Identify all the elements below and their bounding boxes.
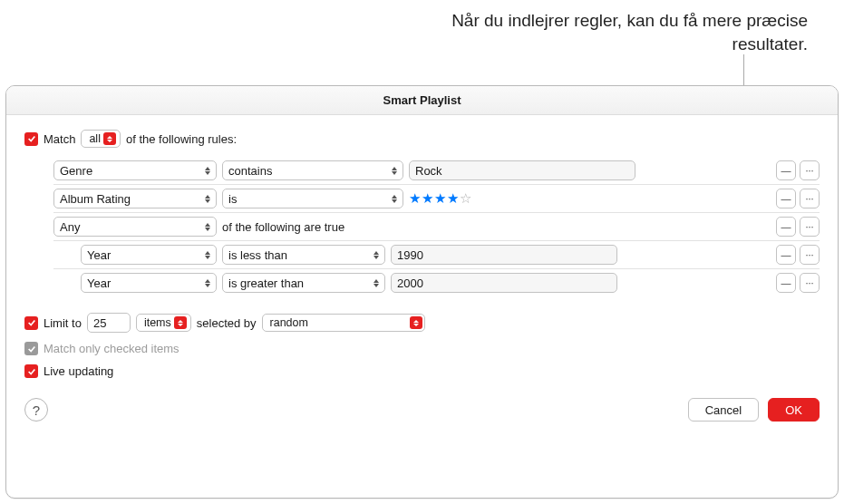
remove-rule-button[interactable]: — (776, 273, 796, 293)
rule-field-select[interactable]: Album Rating (53, 189, 217, 208)
limit-unit-popup[interactable]: items (136, 314, 191, 332)
rule-value-text: 1990 (397, 248, 423, 262)
updown-icon (205, 223, 210, 231)
live-updating-checkbox[interactable] (24, 364, 38, 378)
updown-icon (103, 132, 116, 145)
rule-value-text: 2000 (397, 276, 423, 290)
selected-by-value: random (270, 316, 407, 329)
match-checkbox[interactable] (24, 132, 38, 146)
rule-row: Genre contains Rock — ··· (53, 157, 820, 185)
rule-field-value: Any (60, 220, 80, 234)
rule-row: Any of the following are true — ··· (53, 213, 820, 241)
remove-rule-button[interactable]: — (776, 217, 796, 237)
rule-op-select[interactable]: contains (222, 160, 403, 180)
rule-value-text: Rock (415, 164, 442, 178)
rule-row: Year is less than 1990 — ··· (53, 241, 820, 269)
updown-icon (392, 195, 397, 203)
rule-op-select[interactable]: is less than (222, 245, 385, 265)
limit-unit-value: items (144, 316, 171, 329)
rule-field-select[interactable]: Year (81, 273, 217, 293)
rule-row: Year is greater than 2000 — ··· (53, 269, 820, 296)
limit-count-value: 25 (93, 316, 106, 330)
help-button[interactable]: ? (24, 398, 48, 422)
rule-row: Album Rating is ★★★★☆ — ··· (53, 185, 820, 213)
remove-rule-button[interactable]: — (776, 189, 796, 208)
rule-field-select[interactable]: Genre (53, 160, 217, 180)
rule-field-value: Year (87, 276, 111, 290)
rule-op-select[interactable]: is greater than (222, 273, 385, 293)
limit-label: Limit to (44, 316, 82, 330)
annotation-text: Når du indlejrer regler, kan du få mere … (391, 9, 808, 55)
smart-playlist-dialog: Smart Playlist Match all of the followin… (5, 85, 839, 499)
rule-field-value: Album Rating (60, 192, 131, 206)
live-updating-label: Live updating (44, 364, 113, 378)
selected-by-label: selected by (197, 316, 257, 330)
dialog-title: Smart Playlist (6, 86, 838, 115)
more-rule-button[interactable]: ··· (800, 189, 820, 208)
rule-op-value: is greater than (228, 276, 304, 290)
ok-button[interactable]: OK (768, 398, 820, 422)
updown-icon (205, 195, 210, 203)
more-rule-button[interactable]: ··· (800, 160, 820, 180)
updown-icon (392, 167, 397, 175)
rating-stars[interactable]: ★★★★☆ (409, 190, 472, 207)
updown-icon (174, 316, 187, 329)
remove-rule-button[interactable]: — (776, 245, 796, 265)
updown-icon (373, 279, 379, 287)
rule-field-value: Year (87, 248, 111, 262)
rule-op-value: is (228, 192, 237, 206)
rule-field-value: Genre (60, 164, 92, 178)
rule-value-input[interactable]: 2000 (391, 273, 617, 293)
updown-icon (205, 251, 210, 259)
updown-icon (410, 316, 422, 329)
match-label-suffix: of the following rules: (126, 132, 237, 146)
rule-op-value: contains (228, 164, 272, 178)
match-only-checked-checkbox (24, 342, 38, 355)
rules-list: Genre contains Rock — ··· (53, 157, 820, 296)
limit-checkbox[interactable] (24, 316, 38, 330)
rule-field-select[interactable]: Year (81, 245, 217, 265)
rule-op-value: is less than (228, 248, 287, 262)
live-updating-row: Live updating (24, 364, 820, 378)
match-only-checked-label: Match only checked items (44, 342, 179, 355)
match-only-checked-row: Match only checked items (24, 342, 820, 355)
selected-by-popup[interactable]: random (262, 314, 425, 332)
updown-icon (205, 167, 210, 175)
rule-op-select[interactable]: is (222, 189, 403, 208)
updown-icon (205, 279, 210, 287)
updown-icon (373, 251, 379, 259)
limit-count-input[interactable]: 25 (87, 313, 131, 333)
match-quantifier-popup[interactable]: all (81, 130, 121, 148)
remove-rule-button[interactable]: — (776, 160, 796, 180)
dialog-footer: ? Cancel OK (24, 398, 820, 422)
more-rule-button[interactable]: ··· (800, 273, 820, 293)
more-rule-button[interactable]: ··· (800, 217, 820, 237)
match-quantifier-value: all (89, 132, 101, 145)
rule-group-suffix: of the following are true (222, 220, 344, 234)
match-label-prefix: Match (44, 132, 75, 146)
cancel-button[interactable]: Cancel (688, 398, 759, 422)
rule-value-input[interactable]: 1990 (391, 245, 617, 265)
rule-value-input[interactable]: Rock (409, 160, 635, 180)
match-row: Match all of the following rules: (24, 130, 820, 148)
limit-row: Limit to 25 items selected by random (24, 313, 820, 333)
rule-field-select[interactable]: Any (53, 217, 217, 237)
more-rule-button[interactable]: ··· (800, 245, 820, 265)
